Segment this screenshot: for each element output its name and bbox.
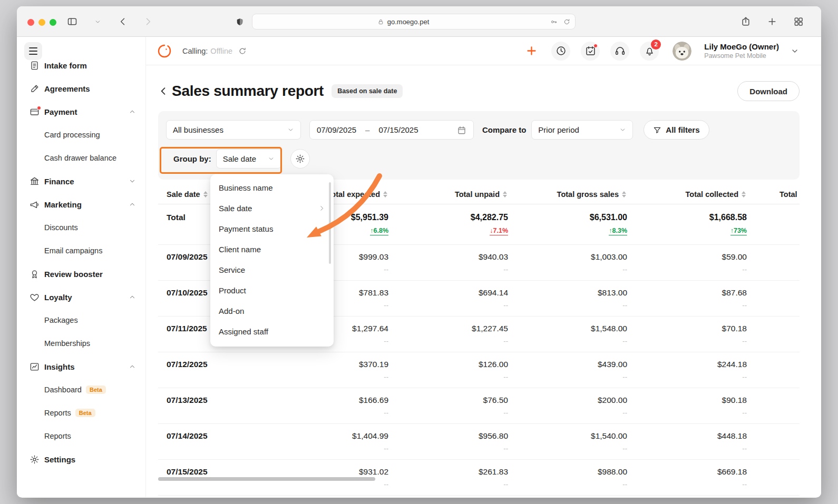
date-range-input[interactable]: 07/09/2025 – 07/15/2025 (309, 120, 474, 140)
dropdown-scrollbar[interactable] (329, 182, 331, 264)
share-icon[interactable] (738, 14, 754, 29)
lock-icon (377, 18, 384, 25)
sort-icon[interactable] (503, 191, 507, 197)
notifications-bell-icon[interactable]: 2 (640, 42, 659, 61)
group-by-dropdown-menu: Business name Sale date Payment status C… (210, 174, 334, 347)
insights-icon (30, 362, 40, 372)
dropdown-option-business-name[interactable]: Business name (210, 177, 334, 198)
compare-period-select[interactable]: Prior period (531, 120, 633, 140)
app-topbar: Calling: Offline (146, 37, 821, 65)
column-settings-gear-icon[interactable] (290, 149, 310, 169)
sidebar-item-agreements[interactable]: Agreements (17, 77, 145, 100)
moego-logo[interactable] (156, 43, 173, 60)
dropdown-option-service[interactable]: Service (210, 260, 334, 280)
close-window-button[interactable] (27, 19, 34, 26)
chevron-down-icon (287, 126, 294, 133)
window-controls (27, 19, 56, 26)
sidebar-item-memberships[interactable]: Memberships (17, 332, 145, 355)
sidebar-item-reports-beta[interactable]: Reports Beta (17, 401, 145, 424)
dropdown-option-add-on[interactable]: Add-on (210, 301, 334, 321)
sidebar-item-email-campaigns[interactable]: Email campaigns (17, 239, 145, 262)
back-chevron-icon[interactable] (158, 86, 169, 96)
dropdown-option-product[interactable]: Product (210, 280, 334, 301)
sidebar-item-finance[interactable]: Finance (17, 170, 145, 193)
finance-icon (30, 176, 40, 186)
funnel-icon (653, 126, 661, 134)
sidebar-item-dashboard[interactable]: Dashboard Beta (17, 378, 145, 401)
sidebar-item-marketing[interactable]: Marketing (17, 193, 145, 216)
total-unpaid-value: $4,282.75 (388, 213, 508, 222)
menu-hamburger-icon[interactable] (24, 42, 42, 60)
dropdown-option-client-name[interactable]: Client name (210, 239, 334, 260)
column-header-clipped[interactable]: Total (747, 185, 800, 204)
sidebar-item-packages[interactable]: Packages (17, 309, 145, 332)
table-row[interactable]: 07/13/2025 $166.69-- $76.50-- $200.00-- … (158, 388, 800, 424)
waitlist-clock-icon[interactable] (551, 42, 570, 61)
business-select[interactable]: All businesses (166, 120, 301, 140)
account-menu[interactable]: Lily MoeGo (Owner) Pawsome Pet Mobile (704, 42, 779, 60)
sidebar-item-loyalty[interactable]: Loyalty (17, 285, 145, 309)
address-bar[interactable]: go.moego.pet (252, 14, 576, 29)
dropdown-option-sale-date[interactable]: Sale date (210, 198, 334, 219)
column-header-total-collected[interactable]: Total collected (627, 185, 747, 204)
sidebar-item-payment[interactable]: Payment (17, 100, 145, 123)
calendar-icon (457, 125, 466, 135)
date-start: 07/09/2025 (317, 125, 356, 134)
sort-icon[interactable] (742, 191, 746, 197)
toolbar-chevron-down-icon[interactable] (90, 14, 105, 29)
chevron-up-icon (129, 201, 136, 208)
browser-toolbar: go.moego.pet (17, 6, 821, 37)
user-name: Lily MoeGo (Owner) (704, 42, 779, 51)
passwords-key-icon[interactable] (550, 18, 558, 26)
sidebar-item-cash-drawer-balance[interactable]: Cash drawer balance (17, 146, 145, 170)
table-row[interactable]: 07/12/2025 $370.19-- $126.00-- $439.00--… (158, 352, 800, 388)
sidebar-item-reports[interactable]: Reports (17, 424, 145, 448)
support-headset-icon[interactable] (610, 42, 629, 61)
compare-to-label: Compare to (482, 125, 526, 134)
sidebar-toggle-icon[interactable] (64, 14, 80, 29)
table-row[interactable]: 07/14/2025 $1,404.99-- $956.80-- $1,540.… (158, 424, 800, 460)
chevron-down-icon (619, 126, 626, 133)
sidebar-item-intake-form[interactable]: Intake form (17, 61, 145, 77)
loyalty-icon (30, 292, 40, 302)
dropdown-option-assigned-staff[interactable]: Assigned staff (210, 321, 334, 342)
change-percent: ↓7.1% (490, 227, 508, 235)
calling-label: Calling: (182, 47, 208, 55)
account-chevron-down-icon[interactable] (791, 47, 799, 55)
avatar[interactable] (673, 42, 691, 61)
dropdown-option-payment-status[interactable]: Payment status (210, 219, 334, 239)
sidebar-item-review-booster[interactable]: Review booster (17, 262, 145, 285)
browser-window: go.moego.pet (17, 6, 821, 498)
column-header-total-gross-sales[interactable]: Total gross sales (508, 185, 627, 204)
sort-icon[interactable] (622, 191, 626, 197)
tab-overview-icon[interactable] (791, 14, 806, 29)
sidebar-item-insights[interactable]: Insights (17, 355, 145, 378)
sidebar-item-settings[interactable]: Settings (17, 448, 145, 471)
add-new-button[interactable] (522, 42, 541, 61)
group-by-select[interactable]: Sale date (216, 149, 281, 169)
back-button[interactable] (115, 14, 131, 29)
forward-button[interactable] (140, 14, 156, 29)
sidebar-item-discounts[interactable]: Discounts (17, 216, 145, 239)
horizontal-scrollbar[interactable] (158, 477, 375, 481)
sort-icon[interactable] (383, 191, 387, 197)
download-button[interactable]: Download (737, 81, 800, 101)
notification-count-badge: 2 (651, 39, 661, 50)
reload-icon[interactable] (563, 18, 571, 26)
based-on-badge: Based on sale date (332, 84, 403, 98)
refresh-calling-icon[interactable] (238, 46, 247, 56)
zoom-window-button[interactable] (50, 19, 56, 26)
sidebar-item-card-processing[interactable]: Card processing (17, 123, 145, 146)
submenu-chevron-right-icon (318, 205, 325, 212)
chevron-up-icon (129, 108, 136, 115)
review-booster-icon (30, 269, 40, 279)
marketing-icon (30, 200, 40, 210)
sort-icon[interactable] (203, 191, 208, 197)
privacy-shield-icon[interactable] (235, 17, 245, 29)
notification-dot (37, 106, 41, 110)
appointment-requests-icon[interactable] (581, 42, 600, 61)
column-header-total-unpaid[interactable]: Total unpaid (388, 185, 508, 204)
minimize-window-button[interactable] (38, 19, 45, 26)
new-tab-icon[interactable] (764, 14, 780, 29)
all-filters-button[interactable]: All filters (644, 120, 709, 140)
